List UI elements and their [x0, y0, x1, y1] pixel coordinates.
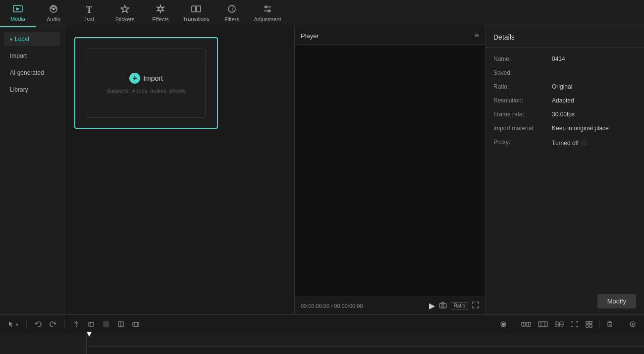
svg-marker-1	[16, 7, 20, 10]
player-area: Player ≡ 00:00:00:00 / 00:00:00:00 ▶ Rat…	[295, 27, 485, 314]
detail-ratio-row: Ratio: Original	[493, 83, 636, 90]
playhead	[87, 334, 88, 346]
record-button[interactable]	[498, 319, 509, 330]
toolbar-divider-3	[514, 319, 514, 329]
cursor-tool[interactable]: ▾	[6, 319, 20, 330]
player-time: 00:00:00:00 / 00:00:00:00	[301, 303, 425, 309]
svg-rect-5	[192, 6, 196, 12]
svg-rect-13	[439, 303, 446, 308]
undo-button[interactable]	[33, 319, 44, 330]
camera-icon[interactable]	[439, 302, 447, 310]
stickers-icon	[120, 4, 129, 15]
nav-adjustment[interactable]: Adjustment	[250, 0, 285, 27]
nav-text-label: Text	[84, 16, 94, 22]
fullscreen-icon[interactable]	[472, 302, 479, 310]
modify-button[interactable]: Modify	[597, 294, 636, 308]
redo-button[interactable]	[48, 319, 58, 330]
toolbar-divider-1	[26, 319, 27, 329]
svg-rect-43	[590, 325, 592, 327]
svg-rect-40	[586, 321, 589, 324]
nav-effects[interactable]: Effects	[143, 0, 178, 27]
timeline-tracks: Drag material here and start to create	[87, 347, 644, 354]
svg-rect-17	[89, 322, 94, 326]
detail-resolution-label: Resolution:	[493, 97, 548, 104]
transitions-icon	[191, 5, 201, 14]
fit-button[interactable]	[569, 319, 581, 330]
svg-rect-24	[133, 322, 139, 326]
nav-audio[interactable]: Audio	[36, 0, 71, 27]
nav-media[interactable]: Media	[0, 0, 36, 27]
svg-rect-42	[586, 325, 589, 327]
import-button[interactable]: + Import	[129, 73, 163, 84]
import-inner: + Import Supports: videos, audios, photo…	[87, 49, 206, 118]
toolbar-divider-5	[621, 319, 621, 329]
details-panel: Details Name: 0414 Saved: Ratio: Origina…	[485, 27, 644, 314]
svg-rect-6	[197, 6, 201, 12]
sidebar-item-local[interactable]: Local	[4, 32, 60, 46]
track-btn-2[interactable]	[536, 319, 550, 330]
main-layout: Local Import AI generated Library + Impo…	[0, 27, 644, 314]
trim-start-tool[interactable]	[86, 319, 97, 330]
nav-effects-label: Effects	[152, 16, 168, 22]
svg-point-3	[53, 8, 55, 10]
detail-import-material-value: Keep in original place	[552, 125, 636, 132]
detail-resolution-row: Resolution: Adapted	[493, 97, 636, 104]
sidebar-local-label: Local	[15, 36, 29, 43]
text-icon: T	[86, 5, 92, 14]
nav-transitions[interactable]: Transitions	[178, 0, 214, 27]
top-nav: Media Audio T Text Stickers Effects	[0, 0, 644, 27]
track-btn-1[interactable]	[519, 319, 533, 330]
delete-button[interactable]	[605, 319, 615, 330]
grid-button[interactable]	[584, 319, 594, 330]
effects-icon	[156, 4, 165, 15]
player-header: Player ≡	[295, 27, 485, 45]
zoom-reset[interactable]	[627, 319, 638, 330]
sidebar-item-ai-generated[interactable]: AI generated	[4, 66, 60, 80]
detail-saved-row: Saved:	[493, 69, 636, 76]
proxy-info-icon[interactable]: ⓘ	[581, 139, 587, 147]
crop-tool[interactable]	[115, 319, 126, 330]
sidebar-item-library[interactable]: Library	[4, 83, 60, 97]
nav-filters-label: Filters	[224, 16, 239, 22]
svg-rect-33	[538, 322, 547, 327]
svg-rect-44	[608, 322, 612, 327]
import-box[interactable]: + Import Supports: videos, audios, photo…	[74, 37, 218, 129]
player-screen	[295, 45, 485, 297]
nav-stickers[interactable]: Stickers	[107, 0, 143, 27]
detail-ratio-label: Ratio:	[493, 83, 548, 90]
timeline-area: Drag material here and start to create	[0, 334, 644, 354]
details-header: Details	[485, 27, 644, 48]
media-area: + Import Supports: videos, audios, photo…	[64, 27, 295, 314]
zoom-tool[interactable]	[130, 319, 141, 330]
player-title: Player	[301, 32, 319, 40]
details-footer: Modify	[485, 288, 644, 314]
media-icon	[13, 4, 23, 14]
detail-import-material-row: Import material: Keep in original place	[493, 125, 636, 132]
play-button[interactable]: ▶	[429, 301, 435, 310]
adjustment-icon	[263, 4, 272, 15]
sidebar-item-import[interactable]: Import	[4, 49, 60, 63]
trim-end-tool[interactable]	[101, 319, 111, 330]
player-controls: 00:00:00:00 / 00:00:00:00 ▶ Ratio	[295, 297, 485, 314]
timeline-track-labels	[0, 334, 87, 354]
svg-point-12	[268, 10, 270, 12]
nav-audio-label: Audio	[47, 16, 60, 22]
player-menu-icon[interactable]: ≡	[475, 31, 479, 40]
nav-media-label: Media	[10, 16, 25, 22]
track-btn-3[interactable]	[553, 319, 566, 330]
time-current: 00:00:00:00	[301, 303, 329, 309]
sidebar: Local Import AI generated Library	[0, 27, 64, 314]
nav-filters[interactable]: Filters	[214, 0, 250, 27]
proxy-value-text: Turned off	[552, 140, 579, 147]
split-tool[interactable]	[71, 319, 82, 330]
ratio-badge[interactable]: Ratio	[451, 302, 468, 309]
toolbar-divider-4	[599, 319, 600, 329]
timeline-content: Drag material here and start to create	[87, 334, 644, 354]
nav-text[interactable]: T Text	[71, 0, 107, 27]
sidebar-library-label: Library	[10, 86, 28, 93]
detail-name-value: 0414	[552, 55, 636, 62]
nav-adjustment-label: Adjustment	[254, 16, 281, 22]
right-toolbar-group	[498, 319, 615, 330]
detail-ratio-value: Original	[552, 83, 636, 90]
detail-proxy-value: Turned off ⓘ	[552, 139, 636, 147]
